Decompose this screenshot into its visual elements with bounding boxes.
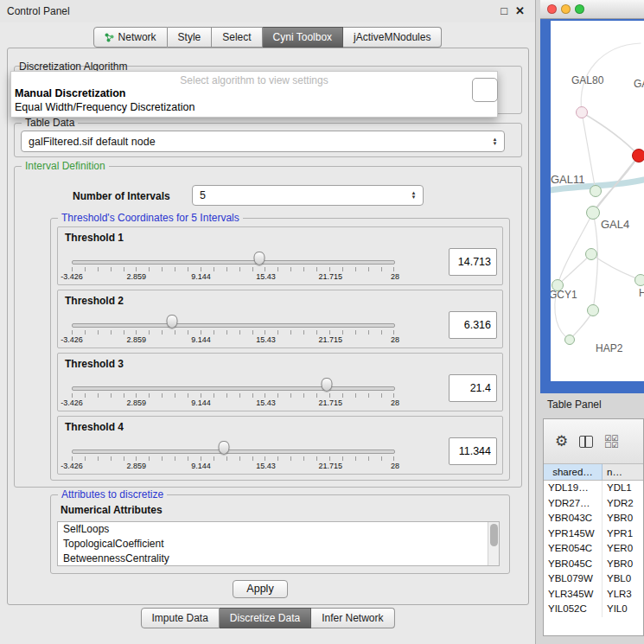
table-row[interactable]: YER054CYER0 — [544, 541, 643, 557]
network-node-label: GCY1 — [551, 289, 577, 301]
network-node-label: HAP2 — [596, 342, 622, 354]
bottom-tab-bar: Impute Data Discretize Data Infer Networ… — [140, 608, 394, 628]
table-data-select[interactable]: galFiltered.sif default node ▲▼ — [21, 131, 505, 152]
zoom-traffic-light-icon[interactable] — [575, 4, 584, 14]
tab-discretize-data[interactable]: Discretize Data — [220, 608, 311, 628]
network-icon — [105, 33, 114, 42]
scale-tick-label: 21.715 — [318, 335, 342, 344]
minimize-traffic-light-icon[interactable] — [561, 4, 571, 14]
network-view-window: GAL80GAGAL11GAL4GCY1HAP2H — [540, 0, 644, 393]
scale-tick-label: 15.43 — [256, 399, 276, 407]
column-header-name[interactable]: n… — [603, 464, 643, 480]
network-node[interactable] — [634, 274, 644, 286]
gear-icon[interactable]: ⚙ — [555, 434, 568, 449]
tab-network-label: Network — [118, 31, 156, 43]
network-node-label: GAL4 — [601, 218, 629, 231]
threshold-value-input[interactable] — [449, 374, 497, 402]
network-node-label: GAL80 — [571, 74, 603, 86]
network-node[interactable] — [585, 248, 597, 260]
scrollbar-thumb[interactable] — [490, 524, 498, 546]
threshold-block: Threshold 2 -3.4262.8599.14415.4321.7152… — [57, 290, 503, 348]
threshold-value-input[interactable] — [449, 248, 497, 276]
table-row[interactable]: YBR043CYBR0 — [544, 511, 643, 526]
algorithm-select[interactable] — [472, 78, 498, 102]
apply-button[interactable]: Apply — [233, 580, 288, 598]
slider-thumb[interactable] — [253, 252, 265, 265]
list-scrollbar[interactable] — [488, 522, 499, 565]
threshold-label: Threshold 2 — [65, 295, 124, 307]
slider-thumb[interactable] — [218, 441, 229, 455]
tab-select[interactable]: Select — [212, 27, 262, 48]
number-of-intervals-select[interactable]: 5 ▲▼ — [192, 185, 424, 206]
table-row[interactable]: YPR145WYPR1 — [544, 526, 643, 542]
network-node[interactable] — [564, 335, 575, 345]
network-node[interactable] — [586, 206, 600, 220]
tab-network[interactable]: Network — [93, 27, 168, 48]
algorithm-option-manual[interactable]: Manual Discretization — [11, 86, 497, 100]
threshold-block: Threshold 3 -3.4262.8599.14415.4321.7152… — [57, 353, 503, 411]
scale-tick-label: 2.859 — [127, 399, 147, 407]
interval-definition-label: Interval Definition — [22, 160, 109, 172]
table-row[interactable]: YBL079WYBL0 — [544, 571, 643, 587]
table-row[interactable]: YBR045CYBR0 — [544, 557, 643, 572]
table-row[interactable]: YDL19…YDL1 — [544, 481, 643, 496]
scale-tick-label: -3.426 — [61, 399, 83, 407]
network-node[interactable] — [590, 185, 602, 197]
slider-scale: -3.4262.8599.14415.4321.71528 — [72, 335, 395, 346]
numerical-attributes-title: Numerical Attributes — [61, 504, 163, 516]
attribute-item[interactable]: BetweennessCentrality — [58, 552, 499, 566]
tab-jactivemodules[interactable]: jActiveMNodules — [343, 27, 442, 48]
close-traffic-light-icon[interactable] — [547, 4, 557, 14]
network-node[interactable] — [587, 304, 599, 316]
column-header-shared-name[interactable]: shared… — [544, 464, 603, 480]
threshold-slider[interactable]: -3.4262.8599.14415.4321.71528 — [72, 439, 395, 474]
threshold-value-input[interactable] — [449, 311, 497, 339]
float-window-icon[interactable]: □ — [501, 4, 507, 17]
slider-track[interactable] — [72, 323, 395, 328]
network-node[interactable] — [576, 106, 588, 118]
scale-tick-label: 2.859 — [127, 272, 147, 281]
attribute-item[interactable]: SelfLoops — [58, 522, 499, 537]
window-title: Control Panel — [7, 5, 70, 17]
table-row[interactable]: YDR27…YDR2 — [544, 496, 643, 512]
threshold-slider[interactable]: -3.4262.8599.14415.4321.71528 — [72, 376, 395, 411]
scale-tick-label: 9.144 — [191, 335, 211, 344]
slider-thumb[interactable] — [322, 378, 333, 392]
control-panel-titlebar: Control Panel □ ✕ — [0, 0, 535, 22]
tab-impute-data[interactable]: Impute Data — [140, 608, 219, 628]
slider-ticks — [72, 456, 395, 461]
table-panel-title: Table Panel — [547, 399, 602, 411]
threshold-slider[interactable]: -3.4262.8599.14415.4321.71528 — [72, 250, 395, 284]
table-row[interactable]: YLR345WYLR3 — [544, 587, 643, 603]
slider-track[interactable] — [72, 450, 395, 454]
network-canvas[interactable]: GAL80GAGAL11GAL4GCY1HAP2H — [551, 21, 644, 381]
scale-tick-label: 28 — [391, 272, 399, 281]
network-node-label: GAL11 — [551, 173, 585, 186]
table-panel-window: ⚙ ☑☑ ☐☑ shared… n… YDL19…YDL1YDR27…YDR2Y… — [543, 418, 644, 636]
table-row[interactable]: YIL052CYIL0 — [544, 602, 643, 617]
scale-tick-label: 21.715 — [318, 462, 342, 470]
network-view-frame: GAL80GAGAL11GAL4GCY1HAP2H — [540, 19, 644, 393]
attribute-item[interactable]: TopologicalCoefficient — [58, 537, 499, 552]
combo-stepper-icon: ▲▼ — [408, 191, 419, 200]
scale-tick-label: 21.715 — [318, 272, 342, 281]
close-icon[interactable]: ✕ — [515, 4, 525, 17]
slider-track[interactable] — [72, 260, 395, 265]
tab-infer-network[interactable]: Infer Network — [311, 608, 394, 628]
threshold-value-input[interactable] — [449, 437, 497, 465]
threshold-slider[interactable]: -3.4262.8599.14415.4321.71528 — [72, 313, 395, 348]
slider-ticks — [72, 393, 395, 398]
tab-cyni-toolbox[interactable]: Cyni Toolbox — [263, 27, 343, 48]
columns-icon[interactable] — [579, 436, 593, 448]
threshold-label: Threshold 4 — [65, 421, 124, 433]
network-node[interactable] — [632, 149, 644, 163]
tab-style[interactable]: Style — [168, 27, 213, 48]
table-data-group-label: Table Data — [22, 117, 78, 129]
scale-tick-label: 15.43 — [256, 335, 276, 344]
top-tab-bar: Network Style Select Cyni Toolbox jActiv… — [93, 27, 443, 48]
select-rows-icon[interactable]: ☑☑ ☐☑ — [604, 435, 618, 449]
algorithm-option-equal-width[interactable]: Equal Width/Frequency Discretization — [11, 100, 497, 114]
slider-track[interactable] — [72, 386, 395, 391]
slider-thumb[interactable] — [166, 315, 177, 328]
threshold-label: Threshold 3 — [65, 358, 124, 370]
